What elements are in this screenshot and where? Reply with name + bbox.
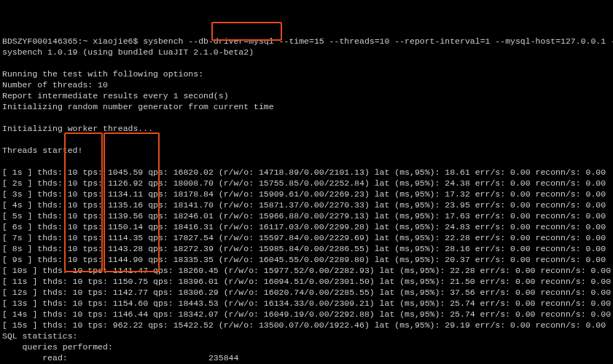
- row-5s: [ 5s ] thds: 10 tps: 1139.56 qps: 18246.…: [2, 211, 606, 221]
- terminal: BDSZYF000146365:~ xiaojie6$ sysbench --d…: [0, 22, 613, 364]
- row-11s: [ 11s ] thds: 10 tps: 1150.75 qps: 18396…: [2, 277, 611, 286]
- opts-report: Report intermediate results every 1 seco…: [2, 91, 229, 100]
- opts-threads: Number of threads: 10: [2, 80, 108, 90]
- row-8s: [ 8s ] thds: 10 tps: 1143.28 qps: 18272.…: [2, 244, 606, 253]
- version-line: sysbench 1.0.19 (using bundled LuaJIT 2.…: [2, 47, 254, 57]
- sql-stats-header: SQL statistics:: [2, 331, 78, 341]
- row-12s: [ 12s ] thds: 10 tps: 1142.77 qps: 18306…: [2, 288, 611, 297]
- opts-rng: Initializing random number generator fro…: [2, 102, 274, 111]
- row-4s: [ 4s ] thds: 10 tps: 1135.16 qps: 18141.…: [2, 200, 606, 210]
- row-13s: [ 13s ] thds: 10 tps: 1154.60 qps: 18443…: [2, 298, 611, 308]
- read: read: 235844: [2, 353, 238, 363]
- row-15s: [ 15s ] thds: 10 tps: 962.22 qps: 15422.…: [2, 320, 606, 330]
- row-1s: [ 1s ] thds: 10 tps: 1045.59 qps: 16820.…: [2, 167, 606, 177]
- prompt: BDSZYF000146365:~ xiaojie6$: [2, 36, 138, 46]
- prompt-line: BDSZYF000146365:~ xiaojie6$ sysbench --d…: [2, 36, 613, 46]
- queries-perf: queries performed:: [2, 342, 113, 352]
- row-6s: [ 6s ] thds: 10 tps: 1150.14 qps: 18416.…: [2, 222, 606, 232]
- row-10s: [ 10s ] thds: 10 tps: 1141.47 qps: 18260…: [2, 266, 611, 275]
- row-2s: [ 2s ] thds: 10 tps: 1126.92 qps: 18008.…: [2, 178, 606, 188]
- row-7s: [ 7s ] thds: 10 tps: 1114.35 qps: 17827.…: [2, 233, 606, 242]
- opts-header: Running the test with following options:: [2, 69, 203, 79]
- row-14s: [ 14s ] thds: 10 tps: 1146.44 qps: 18342…: [2, 309, 611, 319]
- threads-started: Threads started!: [2, 146, 82, 155]
- row-3s: [ 3s ] thds: 10 tps: 1134.11 qps: 18178.…: [2, 189, 606, 199]
- command[interactable]: sysbench --db-driver=mysql --time=15 --t…: [143, 36, 613, 46]
- init-workers: Initializing worker threads...: [2, 124, 153, 133]
- row-9s: [ 9s ] thds: 10 tps: 1144.90 qps: 18335.…: [2, 255, 606, 264]
